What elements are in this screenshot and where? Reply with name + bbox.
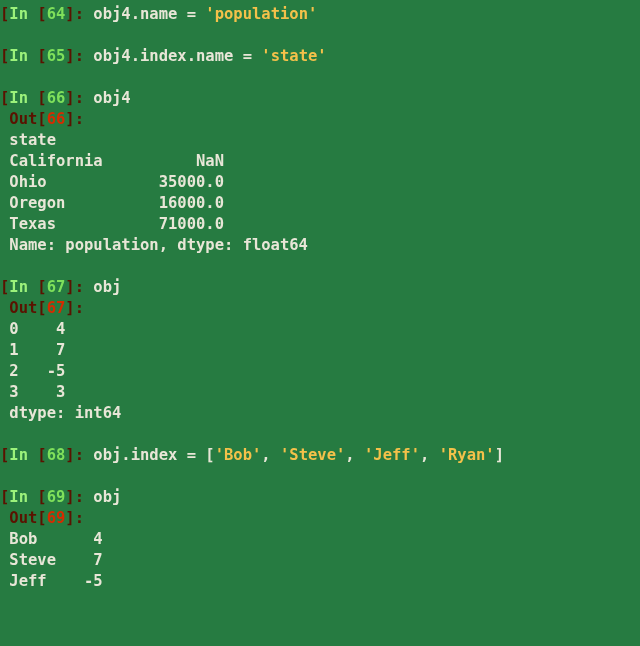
blank-line — [0, 466, 640, 487]
output-text: dtype: int64 — [0, 404, 121, 422]
string-literal: 'state' — [261, 47, 326, 65]
blank-line — [0, 256, 640, 277]
output-text-line: Texas 71000.0 — [0, 214, 640, 235]
in-label: In — [9, 488, 37, 506]
output-text-line: 0 4 — [0, 319, 640, 340]
bracket: ]: — [65, 5, 93, 23]
blank-line — [0, 424, 640, 445]
bracket: [ — [0, 446, 9, 464]
in-label: In — [9, 446, 37, 464]
string-literal: 'Jeff' — [364, 446, 420, 464]
output-text-line: state — [0, 130, 640, 151]
output-text-line: California NaN — [0, 151, 640, 172]
output-text-line: Name: population, dtype: float64 — [0, 235, 640, 256]
output-text: Name: population, dtype: float64 — [0, 236, 308, 254]
output-text: Jeff -5 — [0, 572, 103, 590]
output-text: Ohio 35000.0 — [0, 173, 224, 191]
string-literal: 'Ryan' — [439, 446, 495, 464]
pad — [0, 110, 9, 128]
string-literal: 'population' — [205, 5, 317, 23]
bracket: [ — [0, 47, 9, 65]
bracket: [ — [37, 5, 46, 23]
out-label: Out — [9, 110, 37, 128]
bracket: [ — [0, 488, 9, 506]
pad — [0, 509, 9, 527]
bracket: [ — [0, 5, 9, 23]
output-text-line: 3 3 — [0, 382, 640, 403]
bracket: ]: — [65, 488, 93, 506]
output-text-line: 1 7 — [0, 340, 640, 361]
output-text-line: Ohio 35000.0 — [0, 172, 640, 193]
output-text: 0 4 — [0, 320, 65, 338]
in-number: 65 — [47, 47, 66, 65]
blank-line — [0, 25, 640, 46]
in-label: In — [9, 278, 37, 296]
output-text: Texas 71000.0 — [0, 215, 224, 233]
blank-line — [0, 67, 640, 88]
in-prompt-line: [In [65]: obj4.index.name = 'state' — [0, 46, 640, 67]
in-number: 64 — [47, 5, 66, 23]
code-text: , — [261, 446, 280, 464]
output-text: 2 -5 — [0, 362, 65, 380]
out-number: 69 — [47, 509, 66, 527]
bracket: [ — [37, 488, 46, 506]
bracket: [ — [37, 89, 46, 107]
output-text-line: Jeff -5 — [0, 571, 640, 592]
bracket: ]: — [65, 47, 93, 65]
output-text: 3 3 — [0, 383, 65, 401]
in-prompt-line: [In [69]: obj — [0, 487, 640, 508]
output-text-line: Steve 7 — [0, 550, 640, 571]
bracket: [ — [37, 278, 46, 296]
bracket: [ — [0, 278, 9, 296]
bracket: ]: — [65, 89, 93, 107]
code-text: obj4 — [93, 89, 130, 107]
bracket: ]: — [65, 446, 93, 464]
output-text: California NaN — [0, 152, 224, 170]
out-prompt-line: Out[69]: — [0, 508, 640, 529]
bracket: [ — [0, 89, 9, 107]
bracket: [ — [37, 509, 46, 527]
in-prompt-line: [In [66]: obj4 — [0, 88, 640, 109]
output-text-line: Oregon 16000.0 — [0, 193, 640, 214]
in-number: 66 — [47, 89, 66, 107]
bracket: [ — [37, 299, 46, 317]
out-number: 66 — [47, 110, 66, 128]
in-number: 67 — [47, 278, 66, 296]
output-text-line: 2 -5 — [0, 361, 640, 382]
out-number: 67 — [47, 299, 66, 317]
bracket: ]: — [65, 110, 84, 128]
code-text: , — [420, 446, 439, 464]
in-label: In — [9, 5, 37, 23]
bracket: [ — [37, 110, 46, 128]
out-label: Out — [9, 509, 37, 527]
out-label: Out — [9, 299, 37, 317]
output-text: Oregon 16000.0 — [0, 194, 224, 212]
bracket: [ — [37, 47, 46, 65]
in-prompt-line: [In [64]: obj4.name = 'population' — [0, 4, 640, 25]
code-text: obj4.index.name = — [93, 47, 261, 65]
output-text: Bob 4 — [0, 530, 103, 548]
code-text: obj.index = [ — [93, 446, 214, 464]
code-text: ] — [495, 446, 504, 464]
in-label: In — [9, 89, 37, 107]
bracket: ]: — [65, 278, 93, 296]
bracket: [ — [37, 446, 46, 464]
code-text: obj — [93, 488, 121, 506]
string-literal: 'Bob' — [215, 446, 262, 464]
out-prompt-line: Out[67]: — [0, 298, 640, 319]
bracket: ]: — [65, 299, 84, 317]
bracket: ]: — [65, 509, 84, 527]
output-text-line: dtype: int64 — [0, 403, 640, 424]
output-text-line: Bob 4 — [0, 529, 640, 550]
in-number: 68 — [47, 446, 66, 464]
code-text: obj4.name = — [93, 5, 205, 23]
in-prompt-line: [In [68]: obj.index = ['Bob', 'Steve', '… — [0, 445, 640, 466]
output-text: 1 7 — [0, 341, 65, 359]
in-label: In — [9, 47, 37, 65]
pad — [0, 299, 9, 317]
output-text: state — [0, 131, 56, 149]
out-prompt-line: Out[66]: — [0, 109, 640, 130]
terminal-output: [In [64]: obj4.name = 'population'[In [6… — [0, 0, 640, 592]
output-text: Steve 7 — [0, 551, 103, 569]
in-prompt-line: [In [67]: obj — [0, 277, 640, 298]
